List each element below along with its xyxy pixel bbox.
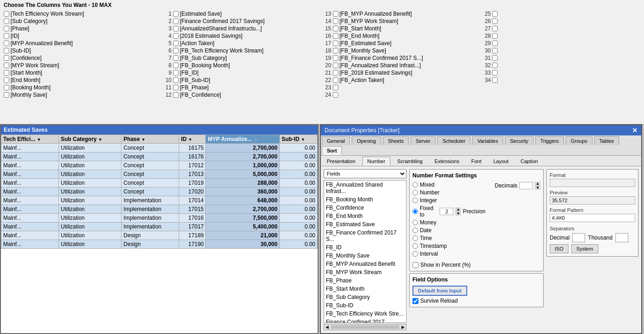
list-item[interactable]: 30 [482, 47, 640, 54]
tab-security[interactable]: Security [505, 136, 534, 145]
tab-tables[interactable]: Tables [594, 136, 619, 145]
list-item[interactable]: [Tech Efficiency Work Stream] [4, 10, 162, 18]
fields-dropdown[interactable]: Fields [324, 169, 406, 178]
decimal-separator-box[interactable] [572, 233, 585, 242]
default-from-input-button[interactable]: Default from Input [412, 286, 467, 296]
col-header-id[interactable]: ID ▼ [179, 135, 206, 144]
col-header-subcat[interactable]: Sub Category ▼ [59, 135, 122, 144]
radio-money[interactable]: Money [412, 219, 486, 226]
list-item[interactable]: 6[FB_Tech Efficiency Work Stream] [163, 47, 321, 54]
fixed-up-btn[interactable]: ▲ [455, 207, 461, 211]
list-item[interactable]: FB_Finance Confirmed 2017 S... [324, 229, 406, 243]
list-item[interactable]: 7[FB_Sub Category] [163, 54, 321, 62]
table-row[interactable]: Mainf...UtilizationImplementation170175,… [1, 223, 318, 231]
fields-select[interactable]: Fields [324, 169, 406, 178]
list-item[interactable]: FB_Phase [324, 276, 406, 285]
iso-button[interactable]: ISO [550, 244, 569, 253]
radio-fixed[interactable]: Fixed to ▲ ▼ Precision [412, 205, 486, 218]
show-percent-row[interactable]: Show in Percent (%) [412, 262, 540, 268]
list-item[interactable]: [Phase] [4, 25, 162, 32]
list-item[interactable]: 13[FB_MYP Annualized Benefit] [323, 10, 481, 18]
list-item[interactable]: FB_MYP Work Stream [324, 268, 406, 276]
col-header-myp[interactable]: MYP Annualize... → [206, 135, 279, 144]
decimals-down-btn[interactable]: ▼ [535, 186, 540, 190]
list-item[interactable]: 21[FB_2018 Estimated Savings] [323, 69, 481, 76]
list-item[interactable]: FB_Monthly Save [324, 252, 406, 260]
tab-triggers[interactable]: Triggers [535, 136, 564, 145]
tab-scheduler[interactable]: Scheduler [437, 136, 470, 145]
list-item[interactable]: 1[Estimated Save] [163, 10, 321, 18]
list-item[interactable]: 23 [323, 84, 481, 91]
tab2-number[interactable]: Number [362, 157, 390, 166]
close-button[interactable]: ✕ [632, 127, 638, 134]
tab-server[interactable]: Server [411, 136, 435, 145]
list-item[interactable]: 32 [482, 62, 640, 69]
tab2-extensions[interactable]: Extensions [429, 157, 464, 166]
list-item[interactable]: [MYP Work Stream] [4, 62, 162, 69]
table-row[interactable]: Mainf...UtilizationDesign1718921,0000.00 [1, 231, 318, 240]
list-item[interactable]: 14[FB_MYP Work Stream] [323, 18, 481, 25]
fields-listbox[interactable]: FB_Annualized Shared Infrast...FB_Bookin… [324, 180, 406, 323]
col-header-subid[interactable]: Sub-ID ▼ [279, 135, 317, 144]
hscroll-right[interactable]: ▶ [400, 325, 406, 329]
list-item[interactable]: 25 [482, 10, 640, 18]
radio-date[interactable]: Date [412, 227, 486, 234]
tab-variables[interactable]: Variables [472, 136, 503, 145]
show-percent-checkbox[interactable] [412, 262, 418, 268]
list-item[interactable]: FB_Confidence [324, 204, 406, 212]
list-item[interactable]: FB_End Month [324, 212, 406, 220]
list-item[interactable]: 5[Action Taken] [163, 40, 321, 47]
table-row[interactable]: Mainf...UtilizationConcept17020360,0000.… [1, 188, 318, 196]
list-item[interactable]: FB_MYP Annualized Benefit [324, 260, 406, 268]
list-item[interactable]: 26 [482, 18, 640, 25]
system-button[interactable]: System [571, 244, 598, 253]
list-item[interactable]: [Booking Month] [4, 84, 162, 91]
table-row[interactable]: Mainf...UtilizationConcept161762,700,000… [1, 152, 318, 161]
list-item[interactable]: FB_ID [324, 243, 406, 252]
list-item[interactable]: 11[FB_Phase] [163, 84, 321, 91]
list-item[interactable]: 27 [482, 25, 640, 32]
survive-reload-checkbox[interactable] [412, 298, 418, 304]
format-pattern-input[interactable] [550, 214, 635, 222]
list-item[interactable]: FB_Sub Category [324, 293, 406, 301]
list-item[interactable]: FB_Annualized Shared Infrast... [324, 181, 406, 195]
tab2-caption[interactable]: Caption [516, 157, 543, 166]
tab2-layout[interactable]: Layout [488, 157, 514, 166]
tab2-scrambling[interactable]: Scrambling [392, 157, 428, 166]
list-item[interactable]: 4[2018 Estimated Savings] [163, 32, 321, 40]
list-item[interactable]: FB_Tech Efficiency Work Stre... [324, 310, 406, 318]
list-item[interactable]: [End Month] [4, 76, 162, 84]
radio-number[interactable]: Number [412, 189, 486, 196]
list-item[interactable]: 22[FB_Action Taken] [323, 76, 481, 84]
list-item[interactable]: Finance Confimed 2017 Savin... [324, 318, 406, 323]
decimals-input[interactable] [519, 182, 533, 189]
list-item[interactable]: 8[FB_Booking Month] [163, 62, 321, 69]
tab-general[interactable]: General [322, 136, 350, 145]
list-item[interactable]: 9[FB_ID] [163, 69, 321, 76]
radio-time[interactable]: Time [412, 235, 486, 241]
list-item[interactable]: 15[FB_Start Month] [323, 25, 481, 32]
col-header-tech[interactable]: Tech Effici... ▼ [1, 135, 59, 144]
list-item[interactable]: [ID] [4, 32, 162, 40]
table-row[interactable]: Mainf...UtilizationImplementation170167,… [1, 214, 318, 223]
list-item[interactable]: 18[FB_Monthly Save] [323, 47, 481, 54]
table-row[interactable]: Mainf...UtilizationConcept170135,000,000… [1, 170, 318, 179]
fixed-precision-input[interactable] [440, 208, 453, 215]
radio-timestamp[interactable]: Timestamp [412, 243, 486, 249]
tab-groups[interactable]: Groups [566, 136, 592, 145]
tab2-font[interactable]: Font [466, 157, 487, 166]
list-item[interactable]: [Sub Category] [4, 18, 162, 25]
list-item[interactable]: 10[FB_Sub-ID] [163, 76, 321, 84]
listbox-hscroll[interactable]: ◀ ▶ [324, 324, 406, 330]
radio-mixed[interactable]: Mixed [412, 182, 486, 188]
list-item[interactable]: FB_Booking Month [324, 195, 406, 204]
list-item[interactable]: 33 [482, 69, 640, 76]
list-item[interactable]: [MYP Annualized Benefit] [4, 40, 162, 47]
format-input[interactable] [550, 179, 635, 187]
radio-integer[interactable]: Integer [412, 197, 486, 204]
table-row[interactable]: Mainf...UtilizationDesign1719030,0000.00 [1, 240, 318, 249]
table-row[interactable]: Mainf...UtilizationImplementation170152,… [1, 205, 318, 214]
list-item[interactable]: 16[FB_End Month] [323, 32, 481, 40]
list-item[interactable]: [Confidence] [4, 54, 162, 62]
decimals-up-btn[interactable]: ▲ [535, 182, 540, 186]
